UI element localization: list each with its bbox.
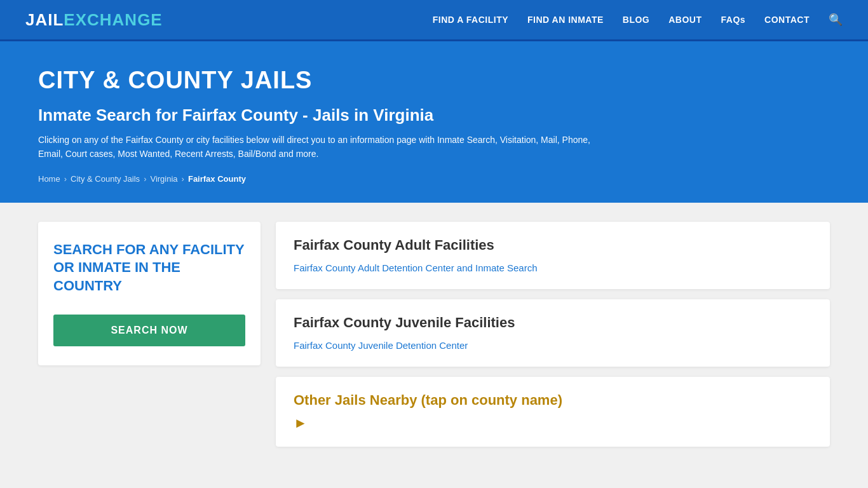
site-logo[interactable]: JAIL EXCHANGE xyxy=(25,10,163,30)
header-search-button[interactable]: 🔍 xyxy=(829,13,843,27)
other-jails-card: Other Jails Nearby (tap on county name) … xyxy=(276,377,830,447)
nav-blog[interactable]: BLOG xyxy=(623,15,649,25)
adult-detention-link[interactable]: Fairfax County Adult Detention Center an… xyxy=(294,262,538,273)
search-now-button[interactable]: SEARCH NOW xyxy=(53,315,245,346)
breadcrumb-current: Fairfax County xyxy=(188,174,246,184)
nav-find-inmate[interactable]: FIND AN INMATE xyxy=(527,15,604,25)
breadcrumb-sep-2: › xyxy=(144,174,146,184)
nav-about[interactable]: ABOUT xyxy=(668,15,702,25)
nav-contact[interactable]: CONTACT xyxy=(764,15,810,25)
logo-exchange-text: EXCHANGE xyxy=(64,10,162,30)
juvenile-facilities-card: Fairfax County Juvenile Facilities Fairf… xyxy=(276,299,830,367)
logo-jail-text: JAIL xyxy=(25,10,64,30)
adult-facilities-title: Fairfax County Adult Facilities xyxy=(294,237,812,254)
juvenile-facilities-title: Fairfax County Juvenile Facilities xyxy=(294,315,812,331)
arrow-icon: ► xyxy=(294,415,308,431)
main-content: SEARCH FOR ANY FACILITY OR INMATE IN THE… xyxy=(0,203,868,466)
main-nav: FIND A FACILITY FIND AN INMATE BLOG ABOU… xyxy=(433,13,843,27)
hero-subtitle: Inmate Search for Fairfax County - Jails… xyxy=(38,105,830,125)
nav-find-facility[interactable]: FIND A FACILITY xyxy=(433,15,508,25)
adult-facilities-card: Fairfax County Adult Facilities Fairfax … xyxy=(276,222,830,289)
search-panel: SEARCH FOR ANY FACILITY OR INMATE IN THE… xyxy=(38,222,261,365)
hero-section: CITY & COUNTY JAILS Inmate Search for Fa… xyxy=(0,41,868,203)
facilities-panel: Fairfax County Adult Facilities Fairfax … xyxy=(276,222,830,447)
hero-description: Clicking on any of the Fairfax County or… xyxy=(38,133,610,161)
other-jails-title: Other Jails Nearby (tap on county name) xyxy=(294,392,812,409)
breadcrumb-virginia[interactable]: Virginia xyxy=(150,174,177,184)
breadcrumb-sep-1: › xyxy=(64,174,67,184)
breadcrumb-city-county-jails[interactable]: City & County Jails xyxy=(71,174,140,184)
page-title: CITY & COUNTY JAILS xyxy=(38,67,830,94)
search-promo-text: SEARCH FOR ANY FACILITY OR INMATE IN THE… xyxy=(53,241,245,295)
breadcrumb-home[interactable]: Home xyxy=(38,174,60,184)
nav-faqs[interactable]: FAQs xyxy=(721,15,746,25)
site-header: JAIL EXCHANGE FIND A FACILITY FIND AN IN… xyxy=(0,0,868,41)
juvenile-detention-link[interactable]: Fairfax County Juvenile Detention Center xyxy=(294,340,468,351)
breadcrumb: Home › City & County Jails › Virginia › … xyxy=(38,174,830,184)
breadcrumb-sep-3: › xyxy=(182,174,184,184)
